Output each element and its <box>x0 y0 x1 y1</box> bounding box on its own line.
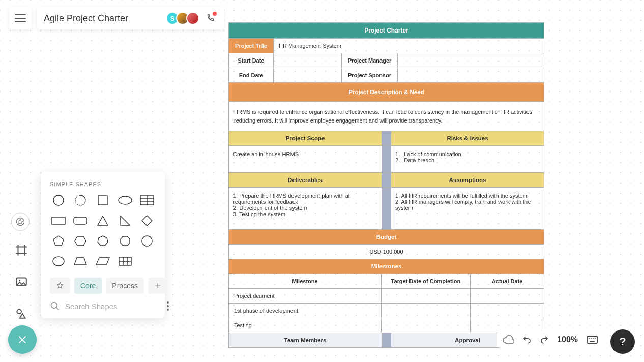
shapes-tool-button[interactable] <box>11 213 30 231</box>
shape-right-triangle[interactable] <box>116 214 134 228</box>
pin-icon <box>56 282 64 290</box>
project-title-value[interactable]: HR Management System <box>274 39 544 53</box>
cloud-icon <box>502 335 514 345</box>
svg-point-6 <box>119 196 132 204</box>
risk-2[interactable]: Data breach <box>404 157 434 163</box>
gap <box>382 188 391 229</box>
frame-icon <box>15 244 28 257</box>
ms-row1-name[interactable]: Project dcument <box>229 289 382 303</box>
keyboard-button[interactable] <box>586 335 598 344</box>
budget-value[interactable]: USD 100,000 <box>229 245 544 259</box>
ms-row3-actual[interactable] <box>471 318 544 333</box>
close-panel-button[interactable] <box>8 325 37 354</box>
team-header: Team Members <box>229 333 382 347</box>
svg-point-3 <box>17 309 21 314</box>
hamburger-icon <box>15 14 26 22</box>
shapes-tool-button-2[interactable] <box>13 305 30 321</box>
shape-rounded-rect[interactable] <box>72 214 90 228</box>
project-manager-value[interactable] <box>398 53 544 68</box>
scope-body[interactable]: Create an in-house HRMS <box>229 146 382 172</box>
shape-square[interactable] <box>94 193 111 207</box>
risk-1[interactable]: Lack of communication <box>404 151 461 157</box>
assumptions-header: Assumptions <box>391 173 544 187</box>
project-title-label: Project Title <box>229 39 274 53</box>
cloud-sync-button[interactable] <box>502 335 514 345</box>
deliv-1[interactable]: 1. Prepare the HRMS development plan wit… <box>233 193 377 205</box>
shape-triangle[interactable] <box>94 214 111 228</box>
shape-cylinder-top[interactable] <box>50 254 67 268</box>
svg-rect-5 <box>98 196 107 205</box>
gap <box>382 146 391 172</box>
shape-grid-table[interactable] <box>116 254 134 268</box>
shape-decagon[interactable] <box>138 234 156 248</box>
svg-rect-11 <box>52 217 65 224</box>
shape-rectangle[interactable] <box>50 214 67 228</box>
assump-2[interactable]: 2. All HR managers will comply, train an… <box>395 199 540 211</box>
plus-icon <box>154 282 161 289</box>
ms-col-actual: Actual Date <box>471 274 544 288</box>
project-sponsor-value[interactable] <box>398 68 544 82</box>
shape-heptagon[interactable] <box>94 234 111 248</box>
shape-arc[interactable] <box>72 193 90 207</box>
shapes-grid <box>50 193 156 268</box>
deliv-3[interactable]: 3. Testing the system <box>233 211 377 217</box>
shape-hexagon[interactable] <box>72 234 90 248</box>
svg-point-4 <box>53 195 64 205</box>
desc-header: Project Description & Need <box>229 83 544 101</box>
shape-diamond[interactable] <box>138 214 156 228</box>
ms-row2-target[interactable] <box>382 304 471 318</box>
project-charter-document[interactable]: Project Charter Project Title HR Managem… <box>228 22 544 348</box>
risks-header: Risks & Issues <box>391 131 544 145</box>
shape-circle[interactable] <box>50 193 67 207</box>
tab-process[interactable]: Process <box>106 278 144 294</box>
avatar-3[interactable] <box>186 12 199 25</box>
tab-core[interactable]: Core <box>74 278 102 294</box>
ms-row2-actual[interactable] <box>471 304 544 318</box>
star-shape-icon <box>15 217 25 227</box>
svg-point-13 <box>142 236 152 246</box>
close-icon <box>17 334 28 345</box>
shape-ellipse[interactable] <box>116 193 134 207</box>
shape-trapezoid[interactable] <box>72 254 90 268</box>
document-title[interactable]: Agile Project Charter <box>44 13 128 24</box>
svg-rect-12 <box>74 217 87 224</box>
shapes-more-menu[interactable] <box>167 301 169 311</box>
main-menu-button[interactable] <box>9 7 32 29</box>
ms-row3-name[interactable]: Testing <box>229 318 382 333</box>
ms-row1-target[interactable] <box>382 289 471 303</box>
shape-octagon[interactable] <box>116 234 134 248</box>
redo-button[interactable] <box>540 335 549 344</box>
ms-col-milestone: Milestone <box>229 274 382 288</box>
ms-row3-target[interactable] <box>382 318 471 333</box>
keyboard-icon <box>586 335 598 344</box>
search-shapes-input[interactable] <box>65 302 162 311</box>
help-button[interactable]: ? <box>610 329 635 354</box>
milestones-header: Milestones <box>229 259 544 274</box>
shape-table-lines[interactable] <box>138 193 156 207</box>
ms-row2-name[interactable]: 1st phase of development <box>229 304 382 318</box>
deliv-2[interactable]: 2. Development of the system <box>233 205 377 211</box>
search-icon <box>50 301 60 311</box>
end-date-label: End Date <box>229 68 274 82</box>
budget-header: Budget <box>229 230 544 244</box>
assump-1[interactable]: 1. All HR requirements will be fulfilled… <box>395 193 540 199</box>
shape-category-tabs: Core Process <box>50 278 156 294</box>
shape-parallelogram[interactable] <box>94 254 111 268</box>
frame-tool-button[interactable] <box>13 242 30 258</box>
end-date-value[interactable] <box>274 68 342 82</box>
image-tool-button[interactable] <box>13 274 30 290</box>
pin-tab[interactable] <box>50 278 70 294</box>
ms-row1-actual[interactable] <box>471 289 544 303</box>
shapes-panel: SIMPLE SHAPES Core Process <box>41 172 165 318</box>
zoom-level[interactable]: 100% <box>557 335 578 344</box>
desc-body[interactable]: HRMS is required to enhance organisation… <box>229 102 544 131</box>
start-date-value[interactable] <box>274 53 342 68</box>
call-button[interactable] <box>203 12 217 25</box>
tab-add[interactable] <box>148 278 167 294</box>
project-manager-label: Project Manager <box>342 53 398 68</box>
svg-point-19 <box>51 303 57 309</box>
title-bar: Agile Project Charter S <box>37 7 224 29</box>
undo-button[interactable] <box>522 335 532 344</box>
phone-icon <box>206 14 215 23</box>
shape-pentagon[interactable] <box>50 234 67 248</box>
